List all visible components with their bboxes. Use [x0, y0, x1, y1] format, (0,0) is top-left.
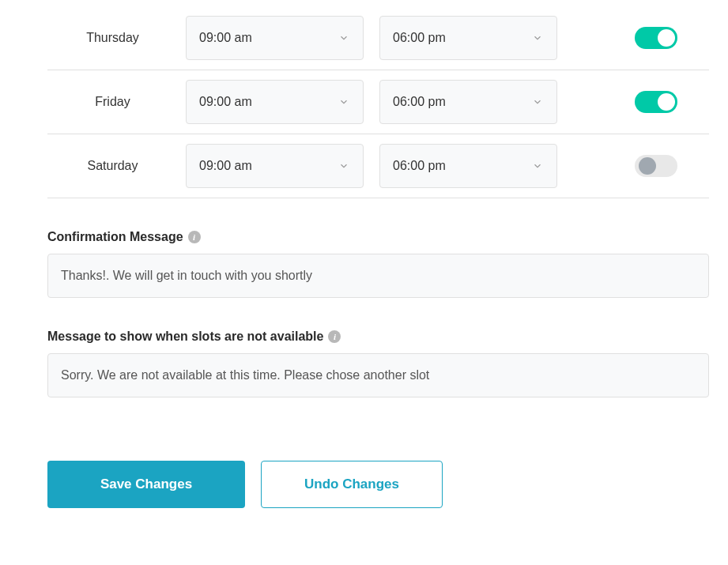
- info-icon[interactable]: i: [188, 231, 201, 243]
- chevron-down-icon: [338, 96, 350, 108]
- start-time-select[interactable]: 09:00 am: [186, 144, 364, 188]
- unavailable-message-input[interactable]: [47, 353, 709, 397]
- day-enabled-toggle[interactable]: [635, 91, 677, 113]
- start-time-value: 09:00 am: [199, 159, 252, 173]
- toggle-knob: [658, 29, 675, 47]
- start-time-select[interactable]: 09:00 am: [186, 80, 364, 124]
- start-time-select[interactable]: 09:00 am: [186, 16, 364, 60]
- day-label: Saturday: [47, 159, 186, 173]
- end-time-select[interactable]: 06:00 pm: [379, 80, 557, 124]
- chevron-down-icon: [531, 160, 544, 172]
- end-time-select[interactable]: 06:00 pm: [379, 16, 557, 60]
- day-enabled-toggle[interactable]: [635, 27, 677, 49]
- end-time-value: 06:00 pm: [393, 159, 446, 173]
- confirmation-label: Confirmation Message i: [47, 230, 709, 244]
- confirmation-section: Confirmation Message i: [47, 230, 709, 298]
- toggle-knob: [639, 157, 656, 175]
- toggle-knob: [658, 93, 675, 111]
- end-time-value: 06:00 pm: [393, 31, 446, 45]
- schedule-row-friday: Friday 09:00 am 06:00 pm: [47, 70, 709, 134]
- info-icon[interactable]: i: [328, 330, 341, 343]
- start-time-value: 09:00 am: [199, 31, 252, 45]
- confirmation-label-text: Confirmation Message: [47, 230, 183, 244]
- schedule-row-saturday: Saturday 09:00 am 06:00 pm: [47, 134, 709, 198]
- confirmation-message-input[interactable]: [47, 254, 709, 298]
- save-button[interactable]: Save Changes: [47, 461, 245, 508]
- end-time-select[interactable]: 06:00 pm: [379, 144, 557, 188]
- unavailable-section: Message to show when slots are not avail…: [47, 330, 709, 397]
- chevron-down-icon: [338, 32, 350, 44]
- end-time-value: 06:00 pm: [393, 95, 446, 109]
- day-label: Friday: [47, 95, 186, 109]
- unavailable-label: Message to show when slots are not avail…: [47, 330, 709, 344]
- day-enabled-toggle[interactable]: [635, 155, 677, 177]
- action-buttons: Save Changes Undo Changes: [47, 461, 709, 508]
- unavailable-label-text: Message to show when slots are not avail…: [47, 330, 323, 344]
- chevron-down-icon: [531, 32, 544, 44]
- undo-button[interactable]: Undo Changes: [261, 461, 443, 508]
- schedule-row-thursday: Thursday 09:00 am 06:00 pm: [47, 0, 709, 70]
- chevron-down-icon: [338, 160, 350, 172]
- start-time-value: 09:00 am: [199, 95, 252, 109]
- day-label: Thursday: [47, 31, 186, 45]
- chevron-down-icon: [531, 96, 544, 108]
